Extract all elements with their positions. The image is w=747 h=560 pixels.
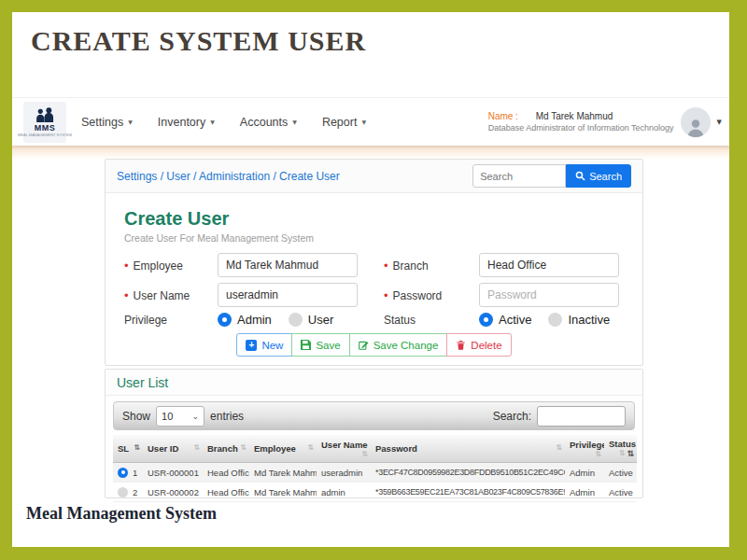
row-select-radio[interactable]	[118, 487, 128, 497]
user-table: SL⇅ User ID⇅ Branch⇅ Employee⇅ User Name…	[113, 435, 637, 502]
user-box: Name : Md Tarek Mahmud Database Administ…	[488, 107, 722, 137]
privilege-admin-label: Admin	[237, 313, 272, 327]
employee-input[interactable]	[218, 253, 358, 277]
col-header-user-name[interactable]: User Name⇅	[317, 435, 371, 463]
action-buttons: + New Save Save Change	[106, 333, 642, 357]
user-name: Md Tarek Mahmud	[536, 111, 613, 121]
breadcrumb[interactable]: Settings / User / Administration / Creat…	[117, 170, 340, 183]
navbar: MMS MEAL MANAGEMENT SYSTEM Settings ▼ In…	[12, 97, 729, 146]
col-header-status[interactable]: Status⇅⇅	[604, 435, 637, 463]
sort-icon: ⇅	[619, 449, 626, 457]
col-header-employee[interactable]: Employee⇅	[249, 435, 317, 463]
trash-icon	[456, 340, 466, 350]
status-active-label: Active	[499, 313, 531, 327]
page-size-select[interactable]: 10 ⌄	[156, 406, 204, 427]
plus-icon: +	[246, 340, 257, 351]
avatar[interactable]	[681, 107, 711, 137]
form-title: Create User	[124, 208, 642, 230]
app-window: CREATE SYSTEM USER MMS MEAL MANAGEMENT S…	[12, 12, 729, 547]
status-inactive-radio[interactable]	[548, 313, 562, 327]
col-header-user-id[interactable]: User ID⇅	[143, 435, 203, 463]
table-row[interactable]: 1 USR-000001 Head Office Md Tarek Mahmud…	[113, 463, 637, 483]
menu-accounts[interactable]: Accounts ▼	[240, 116, 297, 129]
sort-icon: ⇅	[556, 443, 562, 452]
user-list-card: User List Show 10 ⌄ entries Search:	[105, 369, 643, 498]
chevron-down-icon: ▼	[292, 119, 297, 125]
footer-title: Meal Management System	[26, 504, 217, 524]
search-icon	[575, 171, 585, 181]
table-search-input[interactable]	[537, 406, 626, 427]
entries-label: entries	[210, 410, 244, 423]
password-label: •Password	[384, 288, 479, 302]
chevron-down-icon[interactable]: ▼	[717, 119, 722, 126]
search-button[interactable]: Search	[566, 164, 631, 188]
save-icon	[301, 340, 311, 350]
sort-icon: ⇅	[307, 443, 314, 452]
password-input[interactable]	[479, 283, 619, 307]
col-header-branch[interactable]: Branch⇅	[203, 435, 249, 463]
col-header-sl[interactable]: SL⇅	[113, 435, 143, 463]
status-radio-group: Active Inactive	[479, 313, 633, 327]
search-group: Search	[472, 164, 631, 188]
branch-label: •Branch	[384, 259, 479, 273]
user-role: Database Administrator of Information Te…	[488, 123, 674, 133]
required-icon: •	[384, 259, 388, 273]
chevron-down-icon: ⌄	[191, 412, 199, 421]
sort-icon: ⇅	[361, 450, 368, 458]
form-subtitle: Create User For Meal Management System	[124, 232, 642, 244]
user-info: Name : Md Tarek Mahmud Database Administ…	[488, 111, 674, 133]
branch-input[interactable]	[479, 253, 619, 277]
col-header-privilege[interactable]: Privilege⇅	[565, 435, 604, 463]
main-menu: Settings ▼ Inventory ▼ Accounts ▼ Report…	[81, 116, 366, 129]
name-label: Name :	[488, 111, 518, 121]
create-user-card: Settings / User / Administration / Creat…	[105, 159, 643, 366]
menu-report[interactable]: Report ▼	[322, 116, 366, 129]
chevron-down-icon: ▼	[361, 119, 366, 125]
privilege-user-radio[interactable]	[289, 313, 303, 327]
people-icon	[33, 107, 57, 123]
person-icon	[684, 117, 707, 137]
privilege-admin-radio[interactable]	[218, 313, 232, 327]
logo-caption: MEAL MANAGEMENT SYSTEM	[18, 133, 72, 137]
privilege-radio-group: Admin User	[218, 313, 384, 327]
sort-icon: ⇅	[193, 443, 200, 452]
table-toolbar: Show 10 ⌄ entries Search:	[113, 401, 635, 430]
privilege-user-label: User	[308, 313, 333, 327]
sort-icon: ⇅	[595, 450, 601, 458]
chevron-down-icon: ▼	[210, 119, 215, 125]
edit-icon	[359, 340, 369, 350]
delete-button[interactable]: Delete	[446, 333, 511, 357]
required-icon: •	[384, 288, 388, 302]
table-search-label: Search:	[493, 410, 531, 423]
logo-text: MMS	[35, 124, 56, 133]
table-row[interactable]: 2 USR-000002 Head Office Md Tarek Mahmud…	[113, 483, 637, 502]
save-change-button[interactable]: Save Change	[349, 333, 448, 357]
table-header-row: SL⇅ User ID⇅ Branch⇅ Employee⇅ User Name…	[113, 435, 637, 463]
col-header-password[interactable]: Password⇅	[371, 435, 565, 463]
username-label: •User Name	[124, 288, 218, 302]
privilege-label: Privilege	[124, 314, 218, 327]
row-select-radio[interactable]	[118, 468, 128, 478]
sort-icon: ⇅	[627, 449, 634, 458]
username-input[interactable]	[218, 283, 358, 307]
chevron-down-icon: ▼	[128, 119, 133, 125]
create-user-form: Create User Create User For Meal Managem…	[106, 193, 642, 365]
required-icon: •	[124, 288, 129, 302]
search-input[interactable]	[472, 164, 566, 188]
mms-logo[interactable]: MMS MEAL MANAGEMENT SYSTEM	[23, 102, 66, 143]
new-button[interactable]: + New	[236, 333, 292, 357]
user-list-title: User List	[106, 370, 642, 396]
sort-icon: ⇅	[134, 443, 140, 452]
menu-inventory[interactable]: Inventory ▼	[158, 116, 215, 129]
required-icon: •	[124, 259, 129, 273]
menu-settings[interactable]: Settings ▼	[81, 116, 133, 129]
page-title: CREATE SYSTEM USER	[31, 25, 366, 57]
status-label: Status	[384, 314, 479, 327]
save-button[interactable]: Save	[291, 333, 349, 357]
status-inactive-label: Inactive	[568, 313, 610, 327]
sort-icon: ⇅	[240, 443, 247, 452]
show-label: Show	[122, 410, 150, 423]
status-active-radio[interactable]	[479, 313, 493, 327]
card-header: Settings / User / Administration / Creat…	[106, 160, 642, 193]
employee-label: •Employee	[124, 259, 218, 273]
